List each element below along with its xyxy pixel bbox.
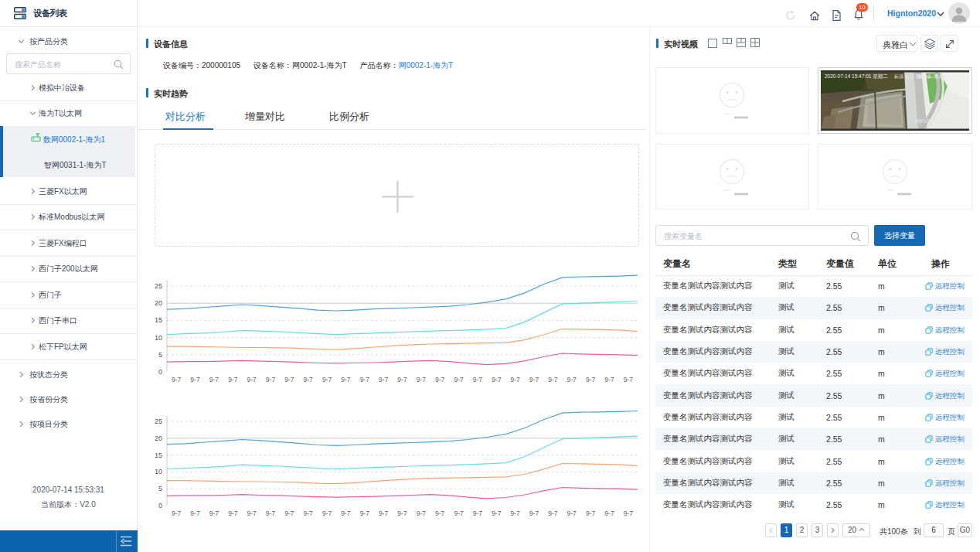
svg-text:9-7: 9-7 (567, 376, 577, 383)
svg-text:9-7: 9-7 (322, 376, 332, 383)
svg-text:9-7: 9-7 (586, 376, 596, 383)
svg-text:摄像头-通道01: 摄像头-通道01 (918, 73, 948, 79)
svg-text:5: 5 (158, 351, 162, 359)
svg-text:9-7: 9-7 (360, 509, 370, 517)
svg-text:9-7: 9-7 (172, 509, 182, 517)
svg-text:9-7: 9-7 (473, 509, 483, 517)
svg-text:9-7: 9-7 (304, 509, 314, 517)
svg-text:5: 5 (158, 485, 162, 492)
svg-text:9-7: 9-7 (266, 376, 276, 383)
svg-text:9-7: 9-7 (492, 509, 502, 517)
svg-text:10: 10 (155, 468, 162, 475)
svg-text:9-7: 9-7 (209, 376, 219, 383)
svg-text:9-7: 9-7 (604, 376, 614, 383)
svg-text:9-7: 9-7 (624, 376, 634, 383)
svg-text:9-7: 9-7 (624, 509, 634, 517)
svg-text:9-7: 9-7 (511, 509, 521, 517)
svg-text:9-7: 9-7 (322, 509, 332, 517)
svg-text:10: 10 (155, 334, 162, 342)
svg-text:9-7: 9-7 (190, 509, 200, 517)
svg-text:9-7: 9-7 (190, 376, 200, 383)
svg-text:9-7: 9-7 (454, 509, 464, 517)
svg-text:9-7: 9-7 (435, 376, 445, 383)
svg-text:9-7: 9-7 (454, 376, 464, 383)
svg-text:9-7: 9-7 (586, 509, 596, 517)
svg-text:9-7: 9-7 (417, 509, 427, 517)
svg-text:0: 0 (158, 502, 162, 509)
svg-text:2020-07-14 15:47:01 星期二: 2020-07-14 15:47:01 星期二 (825, 73, 888, 79)
svg-text:9-7: 9-7 (473, 376, 483, 383)
svg-text:15: 15 (155, 316, 162, 324)
svg-text:20: 20 (155, 434, 162, 442)
svg-text:9-7: 9-7 (209, 509, 219, 517)
svg-text:9-7: 9-7 (417, 376, 427, 383)
svg-text:9-7: 9-7 (228, 376, 238, 383)
svg-text:9-7: 9-7 (247, 376, 257, 383)
svg-text:9-7: 9-7 (266, 509, 276, 517)
svg-text:9-7: 9-7 (435, 509, 445, 517)
svg-text:9-7: 9-7 (228, 509, 238, 517)
svg-text:9-7: 9-7 (341, 376, 351, 383)
svg-text:20: 20 (155, 299, 162, 307)
svg-text:9-7: 9-7 (247, 509, 257, 517)
svg-text:9-7: 9-7 (341, 509, 351, 517)
svg-text:9-7: 9-7 (604, 509, 614, 517)
svg-text:9-7: 9-7 (379, 376, 389, 383)
svg-text:9-7: 9-7 (397, 376, 407, 383)
svg-text:9-7: 9-7 (492, 376, 502, 383)
svg-text:9-7: 9-7 (379, 509, 389, 517)
svg-text:9-7: 9-7 (304, 376, 314, 383)
svg-text:9-7: 9-7 (529, 509, 539, 517)
svg-text:25: 25 (155, 417, 162, 425)
svg-text:9-7: 9-7 (284, 376, 294, 383)
svg-text:9-7: 9-7 (567, 509, 577, 517)
svg-text:9-7: 9-7 (511, 376, 521, 383)
svg-text:0: 0 (158, 368, 162, 376)
svg-text:9-7: 9-7 (360, 376, 370, 383)
svg-text:HIKVISION 摄像头: HIKVISION 摄像头 (915, 118, 958, 124)
svg-text:9-7: 9-7 (397, 509, 407, 517)
svg-text:9-7: 9-7 (284, 509, 294, 517)
svg-text:9-7: 9-7 (172, 376, 182, 383)
svg-text:15: 15 (155, 451, 162, 459)
svg-text:9-7: 9-7 (548, 509, 558, 517)
svg-text:25: 25 (155, 282, 162, 290)
svg-text:9-7: 9-7 (548, 376, 558, 383)
svg-text:9-7: 9-7 (529, 376, 539, 383)
